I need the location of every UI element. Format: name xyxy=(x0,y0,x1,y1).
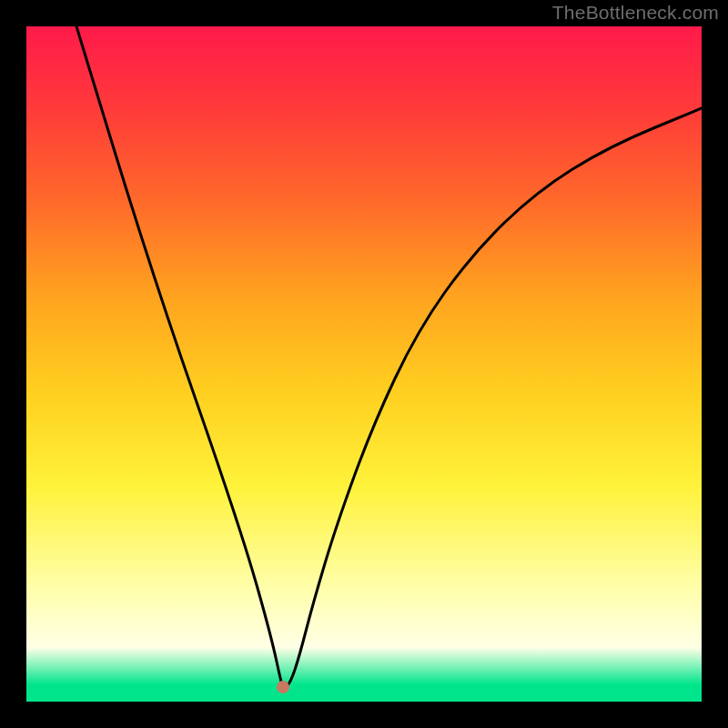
bottleneck-curve xyxy=(26,26,702,702)
chart-plot-area xyxy=(26,26,702,702)
optimal-point-marker xyxy=(277,681,289,693)
watermark-text: TheBottleneck.com xyxy=(552,2,719,24)
